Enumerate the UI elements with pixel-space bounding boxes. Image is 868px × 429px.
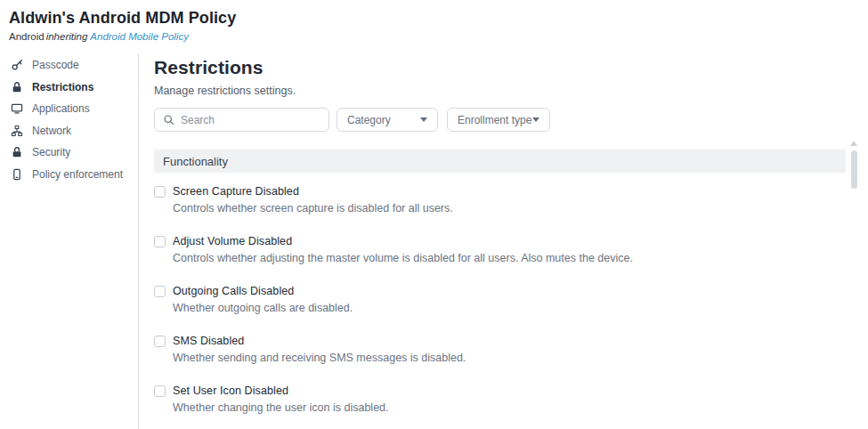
inherited-policy-link[interactable]: Android Mobile Policy [90,31,189,42]
setting-description: Whether changing the user icon is disabl… [173,401,389,414]
setting-text: SMS Disabled Whether sending and receivi… [173,335,466,364]
setting-label: Adjust Volume Disabled [173,235,633,247]
sidebar-item-label: Passcode [32,59,79,71]
page-title: Aldwin's Android MDM Policy [9,9,868,28]
setting-description: Controls whether screen capture is disab… [173,202,453,214]
screen-capture-disabled-checkbox[interactable] [154,186,166,198]
setting-label: Outgoing Calls Disabled [173,285,353,297]
scroll-up-arrow-icon[interactable] [850,141,857,146]
setting-description: Whether outgoing calls are disabled. [173,302,353,314]
platform-label: Android [9,31,45,42]
sidebar-item-passcode[interactable]: Passcode [0,54,138,77]
scrollbar-thumb[interactable] [851,150,857,189]
sidebar-nav: Passcode Restrictions Applications Netwo… [0,53,139,429]
setting-row-set-user-icon-disabled: Set User Icon Disabled Whether changing … [154,384,868,414]
search-box[interactable] [154,108,329,132]
sms-disabled-checkbox[interactable] [154,336,166,347]
setting-row-sms-disabled: SMS Disabled Whether sending and receivi… [154,335,868,364]
chevron-down-icon [532,117,539,122]
setting-description: Controls whether adjusting the master vo… [173,252,633,264]
setting-text: Outgoing Calls Disabled Whether outgoing… [173,285,353,314]
sidebar-item-label: Policy enforcement [32,168,123,181]
main-content: Restrictions Manage restrictions setting… [139,53,868,429]
setting-text: Set User Icon Disabled Whether changing … [173,384,389,414]
inheriting-label: inheriting [45,31,91,42]
sidebar-item-label: Network [32,125,71,137]
setting-description: Whether sending and receiving SMS messag… [173,352,466,364]
sidebar-item-restrictions[interactable]: Restrictions [0,77,138,99]
sidebar-item-security[interactable]: Security [0,142,138,164]
sidebar-item-policy-enforcement[interactable]: Policy enforcement [0,164,138,186]
smartphone-icon [11,168,23,181]
lock-icon [11,146,23,158]
setting-label: Set User Icon Disabled [173,384,389,397]
section-title: Restrictions [154,57,868,78]
filter-bar: Category Enrollment type [154,108,868,132]
enrollment-type-dropdown-label: Enrollment type [458,114,531,126]
lock-icon [11,81,23,93]
set-user-icon-disabled-checkbox[interactable] [154,385,166,397]
sidebar-item-label: Applications [32,102,90,115]
category-dropdown[interactable]: Category [337,108,438,132]
setting-row-screen-capture-disabled: Screen Capture Disabled Controls whether… [154,185,868,214]
setting-label: SMS Disabled [173,335,466,347]
sidebar-item-label: Security [32,146,70,158]
setting-row-outgoing-calls-disabled: Outgoing Calls Disabled Whether outgoing… [154,285,868,314]
chevron-down-icon [420,117,427,122]
page-subtitle: AndroidinheritingAndroid Mobile Policy [9,31,868,42]
key-icon [11,59,23,71]
sidebar-item-applications[interactable]: Applications [0,98,138,120]
setting-label: Screen Capture Disabled [173,185,453,198]
enrollment-type-dropdown[interactable]: Enrollment type [447,108,550,132]
scrollbar[interactable] [849,141,858,408]
setting-row-adjust-volume-disabled: Adjust Volume Disabled Controls whether … [154,235,868,264]
functionality-section-title: Functionality [163,155,228,168]
setting-text: Screen Capture Disabled Controls whether… [173,185,453,214]
section-subtitle: Manage restrictions settings. [154,85,868,97]
adjust-volume-disabled-checkbox[interactable] [154,236,166,247]
network-icon [11,125,23,137]
monitor-icon [11,102,23,115]
search-icon [163,114,174,125]
category-dropdown-label: Category [347,114,391,126]
sidebar-item-label: Restrictions [32,81,93,93]
functionality-section-header: Functionality [154,150,846,173]
setting-text: Adjust Volume Disabled Controls whether … [173,235,633,264]
outgoing-calls-disabled-checkbox[interactable] [154,286,166,297]
settings-list: Screen Capture Disabled Controls whether… [154,185,868,414]
search-input[interactable] [181,114,320,126]
mdm-policy-page: Aldwin's Android MDM Policy Androidinher… [0,0,868,429]
page-header: Aldwin's Android MDM Policy Androidinher… [0,0,868,53]
sidebar-item-network[interactable]: Network [0,120,138,142]
